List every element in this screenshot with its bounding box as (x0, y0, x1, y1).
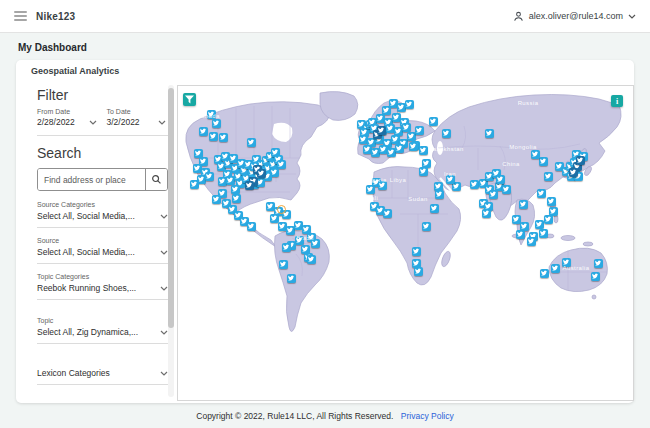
twitter-bird-icon (213, 120, 219, 126)
map-marker[interactable] (212, 119, 221, 128)
map-marker[interactable] (482, 209, 491, 218)
map-marker[interactable] (430, 204, 439, 213)
map-marker[interactable] (311, 239, 320, 248)
map-marker[interactable] (537, 189, 546, 198)
map-canvas[interactable]: i CanadaRussiaKazakhstanMongoliaChinaIra… (177, 85, 634, 401)
map-marker[interactable] (383, 209, 392, 218)
map-marker[interactable] (366, 185, 375, 194)
map-marker[interactable] (207, 110, 216, 119)
map-marker[interactable] (535, 220, 544, 229)
map-marker[interactable] (422, 222, 431, 231)
map-marker[interactable] (470, 180, 479, 189)
map-marker[interactable] (257, 169, 266, 178)
map-marker[interactable] (544, 215, 553, 224)
twitter-bird-icon (471, 181, 477, 187)
map-marker[interactable] (395, 144, 404, 153)
map-marker[interactable] (282, 243, 291, 252)
twitter-bird-icon (219, 178, 225, 184)
map-marker[interactable] (562, 258, 571, 267)
map-filter-button[interactable] (183, 93, 196, 106)
map-marker[interactable] (287, 274, 296, 283)
map-marker[interactable] (270, 214, 279, 223)
twitter-bird-icon (258, 170, 264, 176)
source-categories-select[interactable]: Select All, Social Media,... (37, 211, 168, 221)
twitter-bird-icon (513, 216, 519, 222)
map-marker[interactable] (519, 200, 528, 209)
map-marker[interactable] (232, 194, 241, 203)
map-marker[interactable] (527, 237, 536, 246)
map-marker[interactable] (594, 259, 603, 268)
map-marker[interactable] (429, 117, 438, 126)
map-marker[interactable] (409, 142, 418, 151)
filter-sidebar: Filter From Date 2/28/2022 To Date 3/2/2… (26, 85, 172, 397)
privacy-policy-link[interactable]: Privacy Policy (401, 411, 454, 421)
map-marker[interactable] (496, 175, 505, 184)
user-menu[interactable]: alex.oliver@rule14.com (513, 11, 636, 22)
twitter-bird-icon (383, 107, 389, 113)
map-info-button[interactable]: i (611, 95, 623, 107)
map-marker[interactable] (485, 129, 494, 138)
map-marker[interactable] (442, 129, 451, 138)
map-marker[interactable] (591, 272, 600, 281)
twitter-bird-icon (206, 173, 212, 179)
map-marker[interactable] (219, 133, 228, 142)
map-marker[interactable] (551, 264, 560, 273)
twitter-bird-icon (248, 223, 254, 229)
map-marker[interactable] (307, 255, 316, 264)
map-marker[interactable] (247, 138, 256, 147)
map-marker[interactable] (576, 156, 585, 165)
map-marker[interactable] (247, 222, 256, 231)
map-marker[interactable] (516, 230, 525, 239)
source-select[interactable]: Select All, Social Media,... (37, 247, 168, 257)
twitter-bird-icon (413, 248, 419, 254)
to-date-select[interactable]: 3/2/2022 (107, 117, 167, 127)
map-marker[interactable] (415, 126, 424, 135)
map-marker[interactable] (412, 247, 421, 256)
map-marker[interactable] (539, 157, 548, 166)
map-marker[interactable] (502, 185, 511, 194)
map-marker[interactable] (414, 267, 423, 276)
topic-categories-label: Topic Categories (37, 273, 168, 280)
lexicon-categories-select[interactable]: Lexicon Categories (37, 368, 168, 378)
map-marker[interactable] (569, 168, 578, 177)
map-marker[interactable] (405, 100, 414, 109)
map-marker[interactable] (402, 123, 411, 132)
sidebar-scrollbar-thumb[interactable] (168, 88, 174, 328)
map-marker[interactable] (547, 197, 556, 206)
topic-select[interactable]: Select All, Zig Dynamica,... (37, 327, 168, 337)
map-marker[interactable] (190, 180, 199, 189)
twitter-bird-icon (191, 181, 197, 187)
map-marker[interactable] (378, 181, 387, 190)
topic-categories-select[interactable]: Reebok Running Shoes,... (37, 283, 168, 293)
map-marker[interactable] (489, 190, 498, 199)
map-marker[interactable] (544, 172, 553, 181)
map-marker[interactable] (199, 127, 208, 136)
panel-title: Geospatial Analytics (31, 66, 119, 76)
chevron-down-icon (160, 286, 168, 291)
map-marker[interactable] (209, 132, 218, 141)
map-marker[interactable] (531, 150, 540, 159)
map-marker[interactable] (540, 269, 549, 278)
chevron-down-icon (89, 120, 97, 125)
map-marker[interactable] (231, 185, 240, 194)
map-marker[interactable] (279, 260, 288, 269)
map-marker[interactable] (539, 229, 548, 238)
map-marker[interactable] (295, 236, 304, 245)
search-input[interactable] (38, 169, 145, 190)
sidebar-scrollbar-track[interactable] (168, 85, 174, 397)
map-marker[interactable] (205, 172, 214, 181)
map-marker[interactable] (277, 160, 286, 169)
map-marker[interactable] (212, 195, 221, 204)
twitter-bird-icon (194, 165, 200, 171)
search-button[interactable] (145, 169, 167, 190)
hamburger-menu-icon[interactable] (14, 11, 27, 21)
map-marker[interactable] (446, 175, 455, 184)
map-marker[interactable] (512, 215, 521, 224)
map-marker[interactable] (377, 126, 386, 135)
map-marker[interactable] (419, 167, 428, 176)
map-marker[interactable] (435, 190, 444, 199)
map-marker[interactable] (245, 181, 254, 190)
twitter-bird-icon (430, 118, 436, 124)
map-marker[interactable] (419, 146, 428, 155)
from-date-select[interactable]: 2/28/2022 (37, 117, 97, 127)
